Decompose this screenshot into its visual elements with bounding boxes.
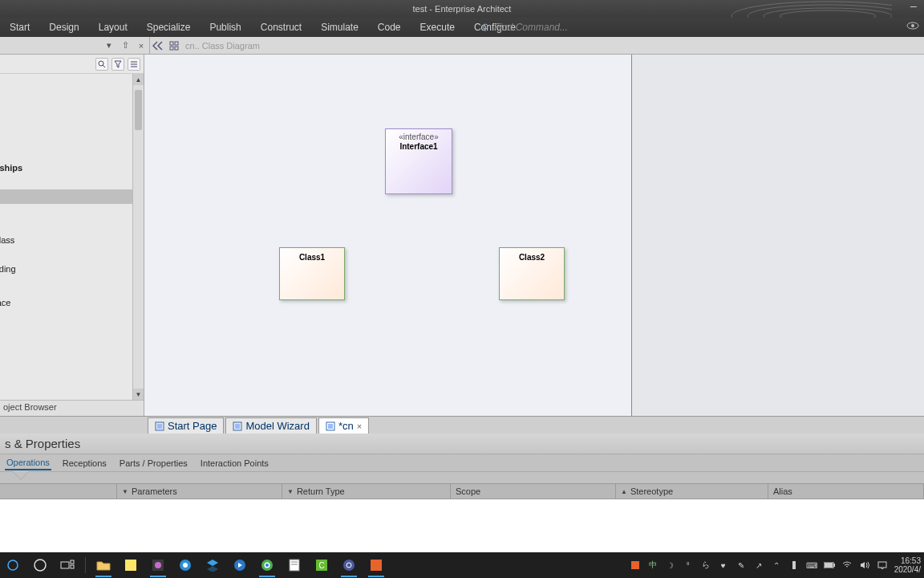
menu-item-specialize[interactable]: Specialize xyxy=(137,18,201,37)
clock[interactable]: 16:53 2020/4/ xyxy=(894,556,921,574)
doc-tab[interactable]: *cn× xyxy=(318,417,369,434)
menu-item-start[interactable]: Start xyxy=(0,18,39,37)
toolbox-item[interactable]: plate Binding xyxy=(0,262,132,276)
svg-rect-45 xyxy=(631,561,639,569)
tray-icon[interactable]: ☽ xyxy=(665,560,676,571)
tray-battery-icon[interactable] xyxy=(824,560,835,571)
column-header[interactable] xyxy=(0,484,117,499)
dropdown-icon[interactable]: ▾ xyxy=(103,39,116,52)
explorer-icon[interactable] xyxy=(94,556,113,575)
tray-wifi-icon[interactable] xyxy=(841,560,853,571)
toolbox-item[interactable]: e Parts xyxy=(0,276,132,291)
node-interface1[interactable]: «interface» Interface1 xyxy=(385,128,452,194)
menu-item-simulate[interactable]: Simulate xyxy=(311,18,368,37)
back-icon[interactable] xyxy=(152,39,164,52)
column-header[interactable]: ▼Return Type xyxy=(282,484,451,499)
close-panel-icon[interactable]: × xyxy=(135,39,148,52)
tab-icon xyxy=(155,421,164,431)
taskview-icon[interactable] xyxy=(58,556,77,575)
scroll-down-icon[interactable]: ▼ xyxy=(133,389,144,400)
tray-icon[interactable] xyxy=(630,560,641,571)
toolbox-item[interactable]: ciation xyxy=(0,146,132,161)
svg-rect-20 xyxy=(235,424,240,429)
ribbon-menu: StartDesignLayoutSpecializePublishConstr… xyxy=(0,18,924,37)
start-icon[interactable] xyxy=(3,556,22,575)
app2-icon[interactable] xyxy=(176,556,195,575)
app5-icon[interactable]: C xyxy=(312,556,331,575)
search-icon[interactable] xyxy=(95,58,108,71)
tab-label: Model Wizard xyxy=(245,420,309,432)
toolbox-item[interactable]: ralize xyxy=(0,189,132,204)
cortana-icon[interactable] xyxy=(30,556,50,575)
toolbox-item[interactable]: Relationships xyxy=(0,161,132,175)
toolbox-item[interactable]: se Interface xyxy=(0,295,132,310)
toolbox-scrollbar[interactable]: ▲ ▼ xyxy=(132,74,144,400)
menu-item-publish[interactable]: Publish xyxy=(200,18,250,37)
filter-icon[interactable] xyxy=(111,58,124,71)
menu-item-construct[interactable]: Construct xyxy=(251,18,311,37)
chrome-icon[interactable] xyxy=(257,556,277,575)
scroll-up-icon[interactable]: ▲ xyxy=(133,74,144,85)
toolbox-item[interactable]: e xyxy=(0,247,132,262)
toolbox-item[interactable]: Type xyxy=(0,88,132,103)
properties-subtab[interactable]: Parts / Properties xyxy=(118,457,189,470)
menu-icon[interactable] xyxy=(128,58,140,71)
tray-icon[interactable]: ♥ xyxy=(718,560,729,571)
toolbox-item[interactable]: eration xyxy=(0,103,132,117)
menu-item-execute[interactable]: Execute xyxy=(411,18,464,37)
notepad-icon[interactable] xyxy=(285,556,304,575)
menu-item-design[interactable]: Design xyxy=(39,18,88,37)
svg-line-13 xyxy=(103,65,105,67)
tray-notif-icon[interactable] xyxy=(877,560,888,571)
minimize-button[interactable]: – xyxy=(908,2,919,13)
breadcrumb: cn.. Class Diagram xyxy=(185,41,260,51)
close-icon[interactable]: × xyxy=(357,421,362,431)
properties-body[interactable] xyxy=(0,499,924,554)
tray-icon[interactable]: ° xyxy=(683,560,694,571)
grid-icon[interactable] xyxy=(168,39,180,52)
tray-volume-icon[interactable] xyxy=(859,560,870,571)
app4-icon[interactable] xyxy=(230,556,249,575)
toolbox-item[interactable]: tive xyxy=(0,117,132,132)
column-header[interactable]: ▼Parameters xyxy=(117,484,282,499)
node-class1[interactable]: Class1 xyxy=(279,247,345,300)
menu-item-layout[interactable]: Layout xyxy=(89,18,137,37)
toolbox-item[interactable]: ciation Class xyxy=(0,233,132,247)
sticky-icon[interactable] xyxy=(121,556,140,575)
scroll-thumb[interactable] xyxy=(135,90,142,130)
doc-tab[interactable]: Model Wizard xyxy=(225,417,316,434)
toolbox-item[interactable]: egate xyxy=(0,218,132,233)
toolbox-item[interactable]: pose xyxy=(0,204,132,218)
tray-icon[interactable]: ら xyxy=(700,560,711,571)
app1-icon[interactable] xyxy=(148,556,168,575)
svg-point-7 xyxy=(911,24,914,27)
svg-point-42 xyxy=(343,560,355,571)
toolbox-footer[interactable]: oject Browser xyxy=(0,400,144,416)
node-class2[interactable]: Class2 xyxy=(499,247,565,300)
tray-icon[interactable]: ✎ xyxy=(736,560,747,571)
tray-usb-icon[interactable] xyxy=(788,560,800,571)
tray-icon[interactable]: 中 xyxy=(647,560,659,571)
toolbox-item[interactable]: l xyxy=(0,132,132,146)
properties-subtab[interactable]: Interaction Points xyxy=(199,457,270,470)
find-placeholder: Find Command... xyxy=(494,22,568,33)
menu-item-code[interactable]: Code xyxy=(368,18,411,37)
toolbox-item[interactable]: ace xyxy=(0,74,132,88)
properties-subtab[interactable]: Operations xyxy=(5,456,51,470)
app3-icon[interactable] xyxy=(203,556,222,575)
column-header[interactable]: Scope xyxy=(451,484,616,499)
column-header[interactable]: ▲Stereotype xyxy=(616,484,768,499)
ea-icon[interactable] xyxy=(339,556,359,575)
doc-tab[interactable]: Start Page xyxy=(148,417,224,434)
find-command[interactable]: Find Command... xyxy=(481,22,568,33)
pin-icon[interactable]: ⇧ xyxy=(119,39,132,52)
tray-chevron-icon[interactable]: ⌃ xyxy=(771,560,782,571)
diagram-canvas[interactable]: «interface» Interface1 Class1 Class2 xyxy=(144,55,632,416)
column-header[interactable]: Alias xyxy=(768,484,924,499)
visibility-icon[interactable] xyxy=(906,21,919,31)
tray-icon[interactable]: ↗ xyxy=(753,560,764,571)
tray-lang-icon[interactable]: ⌨ xyxy=(806,560,817,571)
properties-subtab[interactable]: Receptions xyxy=(61,457,108,470)
app6-icon[interactable] xyxy=(367,556,386,575)
toolbox-item[interactable]: iate xyxy=(0,175,132,189)
